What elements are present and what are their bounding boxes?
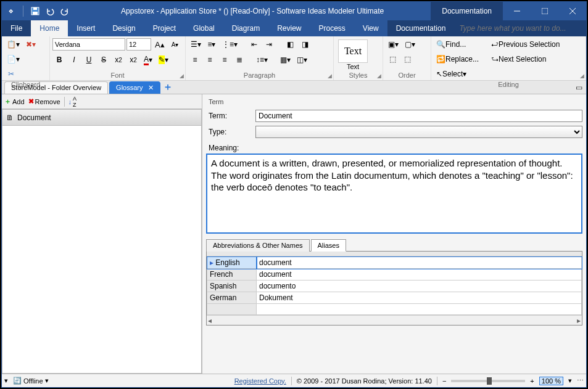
subtab-abbreviations[interactable]: Abbreviations & Other Names — [206, 239, 310, 252]
font-size-input[interactable] — [126, 38, 151, 51]
tab-process[interactable]: Process — [310, 20, 354, 36]
redo-button[interactable] — [58, 4, 72, 18]
ungroup-button[interactable]: ⬚ — [400, 52, 414, 66]
styles-launcher-icon[interactable]: ◢ — [377, 73, 381, 79]
subtab-aliases[interactable]: Aliases — [311, 239, 346, 252]
align-center-button[interactable]: ≡ — [203, 53, 217, 67]
status-menu-icon[interactable]: ⋯ — [577, 377, 584, 385]
shading-button[interactable]: ◫▾ — [294, 53, 310, 67]
tab-documentation[interactable]: Documentation — [387, 20, 455, 36]
doctab-glossary[interactable]: Glossary✕ — [109, 81, 160, 94]
alias-row-empty[interactable] — [207, 304, 582, 315]
align-left-button[interactable]: ≡ — [188, 53, 202, 67]
find-button[interactable]: 🔍 Find... — [434, 38, 481, 51]
minimize-button[interactable] — [503, 2, 531, 20]
alias-row[interactable]: Spanishdocumento — [207, 280, 582, 292]
window-title: Appstorex - Application Store * () [Read… — [74, 7, 431, 15]
zoom-slider[interactable] — [451, 380, 525, 382]
meaning-textarea[interactable]: A document is a written, drawn, presente… — [206, 154, 582, 234]
zoom-value[interactable]: 100 % — [539, 377, 563, 385]
close-tab-icon[interactable]: ✕ — [148, 84, 154, 92]
alias-value: document — [257, 257, 582, 269]
align-right-button[interactable]: ≡ — [218, 53, 231, 67]
alias-row[interactable]: Frenchdocument — [207, 269, 582, 280]
tab-view[interactable]: View — [354, 20, 387, 36]
status-bar: ▾ 🔄Offline ▾ Registered Copy. © 2009 - 2… — [2, 374, 586, 387]
zoom-dropdown-icon[interactable]: ▾ — [568, 377, 572, 385]
line-spacing-button[interactable]: ↕≡▾ — [254, 53, 270, 67]
bullets-button[interactable]: ☰▾ — [188, 38, 204, 51]
ribbon-tabs: File Home Insert Design Project Global D… — [2, 20, 586, 36]
glossary-item[interactable]: 🗎 Document — [2, 110, 201, 126]
tab-diagram[interactable]: Diagram — [223, 20, 268, 36]
paragraph-launcher-icon[interactable]: ◢ — [328, 73, 332, 79]
copyright-label: © 2009 - 2017 Dusan Rodina; Version: 11.… — [297, 377, 432, 385]
editing-launcher-icon[interactable]: ◢ — [580, 73, 584, 79]
borders-button[interactable]: ▦▾ — [278, 53, 293, 67]
tell-me-input[interactable] — [454, 20, 586, 36]
strike-button[interactable]: S — [97, 53, 110, 67]
tab-project[interactable]: Project — [144, 20, 184, 36]
multilevel-button[interactable]: ⋮≡▾ — [220, 38, 240, 51]
subscript-button[interactable]: x2 — [112, 53, 125, 67]
save-button[interactable] — [28, 4, 42, 18]
close-button[interactable] — [558, 2, 586, 20]
bring-front-button[interactable]: ▣▾ — [386, 38, 401, 51]
cut-icon[interactable]: ✖▾ — [23, 38, 38, 51]
paste-button[interactable]: 📋▾ — [4, 38, 22, 51]
replace-button[interactable]: 🔁 Replace... — [434, 52, 481, 66]
grow-font-button[interactable]: A▴ — [152, 38, 167, 51]
next-selection-button[interactable]: ⮑ Next Selection — [489, 52, 562, 66]
select-button[interactable]: ↖ Select ▾ — [434, 67, 481, 81]
justify-button[interactable]: ≣ — [233, 53, 246, 67]
previous-selection-button[interactable]: ⮐ Previous Selection — [489, 38, 562, 51]
registered-link[interactable]: Registered Copy. — [234, 377, 286, 385]
copy-button[interactable]: 📄▾ — [4, 52, 22, 66]
numbering-button[interactable]: ≡▾ — [205, 38, 218, 51]
alias-row[interactable]: ▸ Englishdocument — [207, 257, 582, 269]
remove-button[interactable]: ✖Remove — [28, 97, 60, 105]
underline-button[interactable]: U — [82, 53, 96, 67]
app-logo-icon: ⋄ — [2, 7, 20, 15]
horizontal-scrollbar[interactable]: ◂▸ — [207, 315, 582, 325]
type-select[interactable] — [255, 126, 582, 138]
offline-status[interactable]: 🔄Offline ▾ — [13, 377, 49, 385]
superscript-button[interactable]: x2 — [126, 53, 140, 67]
new-tab-button[interactable]: ＋ — [162, 81, 174, 94]
send-back-button[interactable]: ▢▾ — [402, 38, 418, 51]
tab-insert[interactable]: Insert — [68, 20, 104, 36]
bold-button[interactable]: B — [52, 53, 66, 67]
font-name-input[interactable] — [52, 38, 125, 51]
status-expand-icon[interactable]: ▾ — [4, 377, 8, 385]
font-launcher-icon[interactable]: ◢ — [180, 73, 184, 79]
tab-review[interactable]: Review — [268, 20, 310, 36]
increase-indent-button[interactable]: ⇥ — [262, 38, 276, 51]
tab-file[interactable]: File — [2, 20, 31, 36]
group-button[interactable]: ⬚ — [386, 52, 399, 66]
maximize-button[interactable] — [531, 2, 558, 20]
add-button[interactable]: ＋Add — [4, 97, 25, 106]
term-input[interactable] — [255, 110, 582, 122]
sort-button[interactable]: ↓AZ — [68, 96, 77, 108]
indent-icon[interactable]: ◨ — [298, 38, 312, 51]
text-style-button[interactable]: Text Text — [336, 38, 370, 72]
outdent-icon[interactable]: ◧ — [283, 38, 297, 51]
font-color-button[interactable]: A▾ — [141, 53, 155, 67]
zoom-in-button[interactable]: + — [530, 377, 534, 385]
group-editing-label: Editing — [434, 81, 583, 89]
tab-home[interactable]: Home — [31, 20, 68, 36]
group-clipboard-label: Clipboard — [4, 81, 47, 89]
tab-design[interactable]: Design — [104, 20, 144, 36]
svg-rect-1 — [33, 12, 38, 15]
italic-button[interactable]: I — [67, 53, 81, 67]
undo-button[interactable] — [43, 4, 57, 18]
term-section-label: Term — [209, 98, 582, 105]
scissors-icon[interactable]: ✂ — [4, 67, 18, 81]
alias-row[interactable]: GermanDokument — [207, 292, 582, 304]
documentation-tab[interactable]: Documentation — [431, 2, 503, 20]
shrink-font-button[interactable]: A▾ — [168, 38, 182, 51]
decrease-indent-button[interactable]: ⇤ — [247, 38, 261, 51]
zoom-out-button[interactable]: − — [442, 377, 446, 385]
tab-global[interactable]: Global — [184, 20, 223, 36]
highlight-button[interactable]: ✎▾ — [156, 53, 171, 67]
